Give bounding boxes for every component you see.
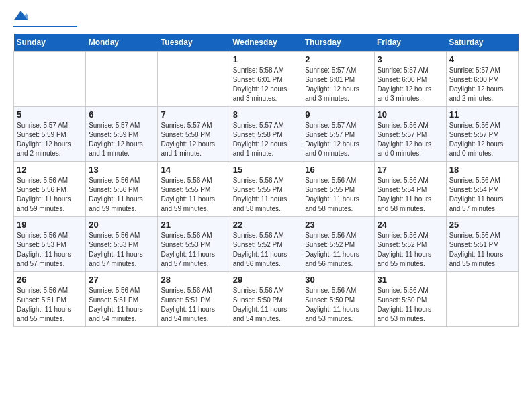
table-row: 14Sunrise: 5:56 AMSunset: 5:55 PMDayligh…	[158, 162, 230, 217]
header-thursday: Thursday	[302, 34, 374, 52]
day-number: 31	[378, 275, 443, 285]
day-info: Sunrise: 5:57 AMSunset: 5:59 PMDaylight:…	[89, 121, 154, 158]
day-number: 17	[378, 165, 443, 175]
table-row: 18Sunrise: 5:56 AMSunset: 5:54 PMDayligh…	[446, 162, 518, 217]
table-row: 23Sunrise: 5:56 AMSunset: 5:52 PMDayligh…	[302, 217, 374, 272]
day-info: Sunrise: 5:56 AMSunset: 5:54 PMDaylight:…	[378, 176, 443, 214]
day-info: Sunrise: 5:57 AMSunset: 5:58 PMDaylight:…	[233, 121, 300, 158]
day-info: Sunrise: 5:57 AMSunset: 6:01 PMDaylight:…	[305, 66, 371, 103]
day-number: 28	[161, 275, 226, 285]
day-info: Sunrise: 5:56 AMSunset: 5:50 PMDaylight:…	[233, 286, 300, 324]
day-number: 15	[233, 165, 300, 175]
day-number: 11	[449, 109, 515, 120]
table-row: 16Sunrise: 5:56 AMSunset: 5:55 PMDayligh…	[302, 162, 374, 217]
page-header	[13, 13, 519, 27]
day-number: 26	[17, 275, 83, 285]
table-row: 31Sunrise: 5:56 AMSunset: 5:50 PMDayligh…	[374, 272, 446, 327]
header-tuesday: Tuesday	[158, 34, 230, 52]
table-row: 1Sunrise: 5:58 AMSunset: 6:01 PMDaylight…	[230, 52, 302, 107]
day-info: Sunrise: 5:56 AMSunset: 5:52 PMDaylight:…	[378, 231, 443, 269]
calendar-week-2: 5Sunrise: 5:57 AMSunset: 5:59 PMDaylight…	[14, 107, 519, 162]
table-row: 29Sunrise: 5:56 AMSunset: 5:50 PMDayligh…	[230, 272, 302, 327]
day-info: Sunrise: 5:56 AMSunset: 5:57 PMDaylight:…	[378, 121, 443, 158]
table-row: 25Sunrise: 5:56 AMSunset: 5:51 PMDayligh…	[446, 217, 518, 272]
table-row: 7Sunrise: 5:57 AMSunset: 5:58 PMDaylight…	[158, 107, 230, 162]
day-info: Sunrise: 5:56 AMSunset: 5:54 PMDaylight:…	[449, 176, 515, 214]
day-number: 2	[305, 54, 371, 64]
header-monday: Monday	[86, 34, 158, 52]
day-number: 29	[233, 275, 300, 285]
day-info: Sunrise: 5:57 AMSunset: 5:59 PMDaylight:…	[17, 121, 83, 158]
table-row: 9Sunrise: 5:57 AMSunset: 5:57 PMDaylight…	[302, 107, 374, 162]
table-row: 27Sunrise: 5:56 AMSunset: 5:51 PMDayligh…	[86, 272, 158, 327]
day-info: Sunrise: 5:56 AMSunset: 5:52 PMDaylight:…	[305, 231, 371, 269]
header-saturday: Saturday	[446, 34, 518, 52]
day-number: 10	[378, 109, 443, 120]
day-info: Sunrise: 5:56 AMSunset: 5:51 PMDaylight:…	[17, 286, 83, 324]
table-row: 11Sunrise: 5:56 AMSunset: 5:57 PMDayligh…	[446, 107, 518, 162]
day-info: Sunrise: 5:56 AMSunset: 5:51 PMDaylight:…	[161, 286, 226, 324]
table-row: 17Sunrise: 5:56 AMSunset: 5:54 PMDayligh…	[374, 162, 446, 217]
day-info: Sunrise: 5:57 AMSunset: 5:58 PMDaylight:…	[161, 121, 226, 158]
day-info: Sunrise: 5:57 AMSunset: 6:00 PMDaylight:…	[378, 66, 443, 103]
day-number: 7	[161, 109, 226, 120]
table-row	[158, 52, 230, 107]
table-row: 26Sunrise: 5:56 AMSunset: 5:51 PMDayligh…	[14, 272, 86, 327]
day-info: Sunrise: 5:56 AMSunset: 5:56 PMDaylight:…	[89, 176, 154, 214]
day-info: Sunrise: 5:56 AMSunset: 5:53 PMDaylight:…	[17, 231, 83, 269]
table-row	[446, 272, 518, 327]
day-info: Sunrise: 5:56 AMSunset: 5:52 PMDaylight:…	[233, 231, 300, 269]
table-row: 12Sunrise: 5:56 AMSunset: 5:56 PMDayligh…	[14, 162, 86, 217]
table-row: 30Sunrise: 5:56 AMSunset: 5:50 PMDayligh…	[302, 272, 374, 327]
day-number: 8	[233, 109, 300, 120]
day-number: 12	[17, 165, 83, 175]
table-row: 6Sunrise: 5:57 AMSunset: 5:59 PMDaylight…	[86, 107, 158, 162]
day-number: 6	[89, 109, 154, 120]
logo-underline	[13, 26, 77, 27]
table-row: 20Sunrise: 5:56 AMSunset: 5:53 PMDayligh…	[86, 217, 158, 272]
day-info: Sunrise: 5:56 AMSunset: 5:50 PMDaylight:…	[305, 286, 371, 324]
table-row: 13Sunrise: 5:56 AMSunset: 5:56 PMDayligh…	[86, 162, 158, 217]
day-number: 30	[305, 275, 371, 285]
day-number: 20	[89, 220, 154, 230]
calendar-week-5: 26Sunrise: 5:56 AMSunset: 5:51 PMDayligh…	[14, 272, 519, 327]
day-info: Sunrise: 5:56 AMSunset: 5:57 PMDaylight:…	[449, 121, 515, 158]
calendar-header-row: Sunday Monday Tuesday Wednesday Thursday…	[14, 34, 519, 52]
day-number: 4	[449, 54, 515, 64]
day-number: 5	[17, 109, 83, 120]
day-number: 21	[161, 220, 226, 230]
table-row: 15Sunrise: 5:56 AMSunset: 5:55 PMDayligh…	[230, 162, 302, 217]
day-info: Sunrise: 5:58 AMSunset: 6:01 PMDaylight:…	[233, 66, 300, 103]
table-row: 10Sunrise: 5:56 AMSunset: 5:57 PMDayligh…	[374, 107, 446, 162]
table-row: 5Sunrise: 5:57 AMSunset: 5:59 PMDaylight…	[14, 107, 86, 162]
day-info: Sunrise: 5:56 AMSunset: 5:55 PMDaylight:…	[233, 176, 300, 214]
day-info: Sunrise: 5:57 AMSunset: 5:57 PMDaylight:…	[305, 121, 371, 158]
day-info: Sunrise: 5:56 AMSunset: 5:55 PMDaylight:…	[305, 176, 371, 214]
day-number: 14	[161, 165, 226, 175]
header-sunday: Sunday	[14, 34, 86, 52]
header-wednesday: Wednesday	[230, 34, 302, 52]
day-info: Sunrise: 5:56 AMSunset: 5:53 PMDaylight:…	[89, 231, 154, 269]
calendar-table: Sunday Monday Tuesday Wednesday Thursday…	[13, 34, 519, 327]
day-info: Sunrise: 5:56 AMSunset: 5:56 PMDaylight:…	[17, 176, 83, 214]
day-info: Sunrise: 5:56 AMSunset: 5:51 PMDaylight:…	[449, 231, 515, 269]
day-number: 13	[89, 165, 154, 175]
table-row: 24Sunrise: 5:56 AMSunset: 5:52 PMDayligh…	[374, 217, 446, 272]
logo	[13, 13, 77, 27]
table-row: 21Sunrise: 5:56 AMSunset: 5:53 PMDayligh…	[158, 217, 230, 272]
table-row: 3Sunrise: 5:57 AMSunset: 6:00 PMDaylight…	[374, 52, 446, 107]
day-number: 18	[449, 165, 515, 175]
day-number: 23	[305, 220, 371, 230]
day-number: 24	[378, 220, 443, 230]
table-row: 19Sunrise: 5:56 AMSunset: 5:53 PMDayligh…	[14, 217, 86, 272]
table-row: 8Sunrise: 5:57 AMSunset: 5:58 PMDaylight…	[230, 107, 302, 162]
day-info: Sunrise: 5:56 AMSunset: 5:50 PMDaylight:…	[378, 286, 443, 324]
table-row	[86, 52, 158, 107]
table-row: 4Sunrise: 5:57 AMSunset: 6:00 PMDaylight…	[446, 52, 518, 107]
day-number: 19	[17, 220, 83, 230]
table-row	[14, 52, 86, 107]
day-info: Sunrise: 5:56 AMSunset: 5:53 PMDaylight:…	[161, 231, 226, 269]
day-number: 16	[305, 165, 371, 175]
calendar-week-1: 1Sunrise: 5:58 AMSunset: 6:01 PMDaylight…	[14, 52, 519, 107]
day-info: Sunrise: 5:56 AMSunset: 5:55 PMDaylight:…	[161, 176, 226, 214]
